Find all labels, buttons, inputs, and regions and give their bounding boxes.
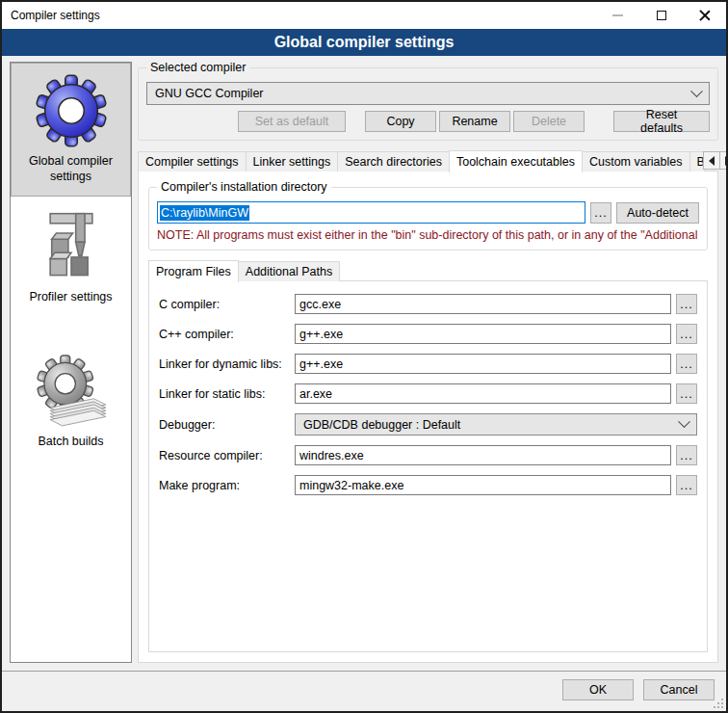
cancel-button[interactable]: Cancel bbox=[643, 679, 715, 700]
resource-compiler-label: Resource compiler: bbox=[159, 449, 295, 462]
settings-tabstrip: Compiler settings Linker settings Search… bbox=[138, 150, 718, 172]
installation-directory-group-label: Compiler's installation directory bbox=[157, 180, 331, 194]
titlebar[interactable]: Compiler settings bbox=[2, 2, 726, 29]
page-title: Global compiler settings bbox=[2, 29, 726, 56]
make-program-row: Make program: ... bbox=[159, 475, 697, 495]
profiler-caliper-icon bbox=[34, 209, 109, 284]
debugger-row: Debugger: GDB/CDB debugger : Default bbox=[159, 413, 697, 436]
cpp-compiler-row: C++ compiler: ... bbox=[159, 324, 697, 344]
make-program-input[interactable] bbox=[295, 475, 671, 495]
selected-compiler-group-label: Selected compiler bbox=[146, 61, 249, 74]
tab-compiler-settings[interactable]: Compiler settings bbox=[138, 151, 247, 172]
cpp-compiler-label: C++ compiler: bbox=[159, 328, 295, 341]
static-linker-label: Linker for static libs: bbox=[159, 387, 295, 401]
static-linker-input[interactable] bbox=[295, 383, 671, 404]
close-icon bbox=[699, 10, 711, 21]
chevron-down-icon bbox=[690, 85, 703, 97]
sidebar: Global compiler settings bbox=[10, 62, 132, 663]
subtab-additional-paths[interactable]: Additional Paths bbox=[238, 261, 340, 281]
dialog-body: Global compiler settings bbox=[2, 56, 726, 671]
dynamic-linker-input[interactable] bbox=[295, 354, 671, 374]
copy-button[interactable]: Copy bbox=[365, 111, 436, 132]
cpp-compiler-browse-button[interactable]: ... bbox=[676, 324, 697, 344]
tab-scroll-arrows bbox=[704, 151, 728, 170]
chevron-down-icon bbox=[678, 415, 690, 428]
sidebar-item-label: Batch builds bbox=[38, 435, 103, 450]
minimize-icon bbox=[612, 14, 623, 16]
rename-button[interactable]: Rename bbox=[439, 111, 510, 132]
sidebar-item-profiler-settings[interactable]: Profiler settings bbox=[11, 198, 131, 318]
c-compiler-input[interactable] bbox=[295, 294, 671, 314]
static-linker-browse-button[interactable]: ... bbox=[676, 383, 697, 404]
resize-grip[interactable] bbox=[713, 698, 724, 709]
resource-compiler-browse-button[interactable]: ... bbox=[676, 445, 697, 465]
sidebar-item-global-compiler-settings[interactable]: Global compiler settings bbox=[11, 63, 131, 197]
sidebar-item-label: Profiler settings bbox=[29, 290, 112, 305]
selected-compiler-group: Selected compiler GNU GCC Compiler Set a… bbox=[138, 67, 718, 141]
compiler-buttons-row: Set as default Copy Rename Delete Reset … bbox=[146, 111, 710, 132]
debugger-combobox[interactable]: GDB/CDB debugger : Default bbox=[295, 413, 697, 436]
c-compiler-row: C compiler: ... bbox=[159, 294, 697, 314]
browse-directory-button[interactable]: ... bbox=[590, 202, 611, 224]
subtab-program-files[interactable]: Program Files bbox=[148, 260, 239, 282]
dynamic-linker-label: Linker for dynamic libs: bbox=[159, 357, 295, 371]
blue-gear-icon bbox=[34, 73, 109, 148]
dynamic-linker-browse-button[interactable]: ... bbox=[676, 354, 697, 374]
set-as-default-button[interactable]: Set as default bbox=[238, 111, 346, 132]
debugger-label: Debugger: bbox=[159, 418, 295, 432]
tab-search-directories[interactable]: Search directories bbox=[337, 151, 450, 172]
dialog-footer: OK Cancel bbox=[2, 671, 726, 711]
program-files-page: C compiler: ... C++ compiler: ... Linker… bbox=[148, 280, 708, 652]
files-subtabstrip: Program Files Additional Paths bbox=[148, 260, 708, 281]
auto-detect-button[interactable]: Auto-detect bbox=[616, 202, 699, 224]
tab-toolchain-executables[interactable]: Toolchain executables bbox=[449, 150, 583, 172]
arrow-right-icon bbox=[725, 156, 728, 166]
sidebar-item-label: Global compiler settings bbox=[15, 154, 126, 184]
static-linker-row: Linker for static libs: ... bbox=[159, 383, 697, 404]
arrow-left-icon bbox=[709, 156, 715, 166]
selected-compiler-value: GNU GCC Compiler bbox=[155, 87, 692, 100]
close-button[interactable] bbox=[683, 2, 726, 29]
compiler-settings-dialog: Compiler settings Global compiler settin… bbox=[0, 0, 728, 713]
sidebar-item-batch-builds[interactable]: Batch builds bbox=[11, 343, 131, 462]
make-program-label: Make program: bbox=[159, 479, 295, 492]
maximize-button[interactable] bbox=[639, 2, 683, 29]
minimize-button[interactable] bbox=[596, 2, 639, 29]
main-panel: Selected compiler GNU GCC Compiler Set a… bbox=[138, 62, 718, 663]
resource-compiler-input[interactable] bbox=[295, 445, 671, 465]
tab-linker-settings[interactable]: Linker settings bbox=[246, 151, 339, 172]
installation-directory-group: Compiler's installation directory C:\ray… bbox=[148, 187, 708, 251]
window-title: Compiler settings bbox=[2, 9, 100, 22]
reset-defaults-button[interactable]: Reset defaults bbox=[613, 111, 710, 132]
tab-scroll-left-button[interactable] bbox=[703, 151, 720, 170]
dynamic-linker-row: Linker for dynamic libs: ... bbox=[159, 354, 697, 374]
installation-directory-input[interactable]: C:\raylib\MinGW bbox=[157, 201, 585, 224]
tab-custom-variables[interactable]: Custom variables bbox=[582, 151, 690, 172]
selected-compiler-combobox[interactable]: GNU GCC Compiler bbox=[146, 82, 710, 105]
cpp-compiler-input[interactable] bbox=[295, 324, 671, 344]
batch-builds-gear-icon bbox=[34, 354, 109, 429]
installation-directory-row: C:\raylib\MinGW ... Auto-detect bbox=[157, 201, 699, 224]
delete-button[interactable]: Delete bbox=[513, 111, 585, 132]
toolchain-executables-page: Compiler's installation directory C:\ray… bbox=[138, 171, 718, 663]
make-program-browse-button[interactable]: ... bbox=[676, 475, 697, 495]
maximize-icon bbox=[657, 11, 666, 20]
installation-directory-value: C:\raylib\MinGW bbox=[160, 205, 249, 221]
bin-subdirectory-note: NOTE: All programs must exist either in … bbox=[157, 228, 699, 242]
tab-scroll-right-button[interactable] bbox=[719, 151, 728, 170]
c-compiler-browse-button[interactable]: ... bbox=[676, 294, 697, 314]
resource-compiler-row: Resource compiler: ... bbox=[159, 445, 697, 465]
ok-button[interactable]: OK bbox=[562, 679, 634, 700]
debugger-value: GDB/CDB debugger : Default bbox=[303, 418, 680, 432]
c-compiler-label: C compiler: bbox=[159, 298, 295, 311]
